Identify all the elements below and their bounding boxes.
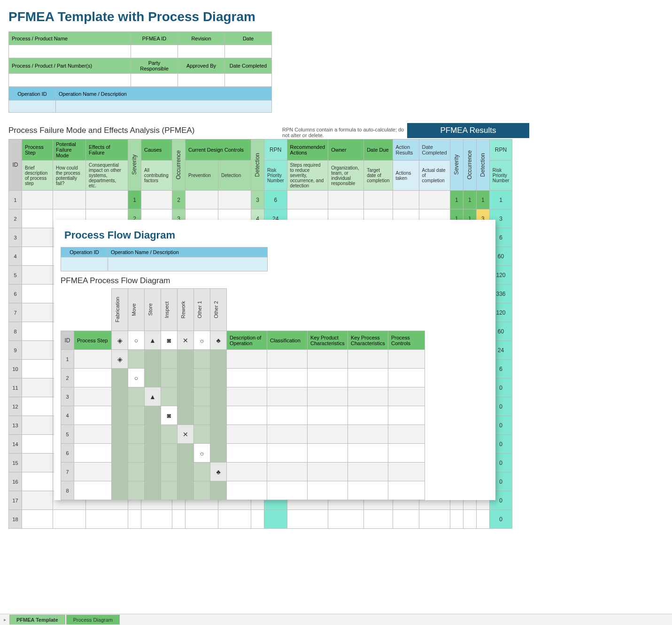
flow-cell[interactable]: [112, 406, 128, 425]
flow-table: Fabrication Move Store Inspect Rework Ot…: [61, 288, 425, 500]
col-detection: Detection: [251, 139, 264, 191]
flow-cell[interactable]: [210, 444, 227, 463]
flow-cell[interactable]: [112, 425, 128, 444]
flow-cell[interactable]: ✕: [178, 425, 194, 444]
sym-fabrication-icon: ◈: [112, 331, 128, 350]
col-causes: Causes: [141, 139, 172, 161]
flow-row-id: 7: [61, 463, 74, 481]
pfmea-row: 112361111: [9, 191, 512, 209]
flow-cell[interactable]: [128, 425, 145, 444]
flow-cell[interactable]: [161, 369, 178, 387]
cell-res-occurrence[interactable]: [463, 510, 476, 529]
flow-cell[interactable]: [128, 463, 145, 481]
flow-cell[interactable]: [161, 425, 178, 444]
flow-cell[interactable]: ♣: [210, 463, 227, 481]
flow-cell[interactable]: [194, 406, 210, 425]
flow-cell[interactable]: ◙: [161, 406, 178, 425]
flow-cell[interactable]: [194, 387, 210, 406]
col-res-rpn: RPN: [489, 139, 512, 161]
flow-cell[interactable]: [145, 444, 161, 463]
cell-res-severity[interactable]: [450, 510, 463, 529]
process-flow-panel: Process Flow Diagram Operation ID Operat…: [54, 220, 495, 500]
flow-cell[interactable]: [194, 369, 210, 387]
flow-cell[interactable]: [178, 350, 194, 369]
flow-cell[interactable]: ☼: [194, 444, 210, 463]
flow-cell[interactable]: ▲: [145, 387, 161, 406]
meta-h-pfmeaid: PFMEA ID: [131, 32, 178, 45]
row-id: 2: [9, 209, 22, 228]
flow-cell[interactable]: [145, 369, 161, 387]
flow-cell[interactable]: [112, 387, 128, 406]
flow-cell[interactable]: [145, 481, 161, 500]
flow-title: Process Flow Diagram: [64, 229, 489, 241]
flow-cell[interactable]: [194, 350, 210, 369]
meta-h-partnum: Process / Product / Part Number(s): [9, 58, 131, 74]
flow-cell[interactable]: [194, 463, 210, 481]
row-id: 6: [9, 285, 22, 303]
flow-cell[interactable]: [210, 481, 227, 500]
col-severity: Severity: [128, 139, 141, 191]
page-title: PFMEA Template with Process Diagram: [8, 9, 667, 24]
cell-occurrence[interactable]: 2: [172, 191, 185, 209]
flow-cell[interactable]: [112, 463, 128, 481]
col-process-step: Process Step: [22, 139, 53, 161]
flow-cell[interactable]: [194, 425, 210, 444]
cell-res-severity[interactable]: 1: [450, 191, 463, 209]
flow-cell[interactable]: [178, 406, 194, 425]
flow-cell[interactable]: [145, 463, 161, 481]
col-design-controls: Current Design Controls: [185, 139, 251, 161]
cell-res-occurrence[interactable]: 1: [463, 191, 476, 209]
flow-cell[interactable]: [161, 444, 178, 463]
flow-cell[interactable]: [194, 481, 210, 500]
flow-cell[interactable]: [128, 406, 145, 425]
flow-cell[interactable]: [161, 481, 178, 500]
flow-cell[interactable]: [161, 387, 178, 406]
flow-cell[interactable]: [112, 369, 128, 387]
cell-res-rpn: 0: [489, 510, 512, 529]
cell-occurrence[interactable]: [172, 510, 185, 529]
meta-v-pname[interactable]: [9, 45, 131, 58]
cell-res-detection[interactable]: [476, 510, 489, 529]
flow-cell[interactable]: [145, 350, 161, 369]
flow-cell[interactable]: [145, 406, 161, 425]
flow-cell[interactable]: [145, 425, 161, 444]
row-id: 9: [9, 341, 22, 360]
col-action-results: Action Results: [393, 139, 419, 161]
flow-cell[interactable]: ○: [128, 369, 145, 387]
flow-cell[interactable]: [128, 350, 145, 369]
flow-cell[interactable]: [128, 387, 145, 406]
meta-h-opname: Operation Name / Description: [56, 87, 272, 100]
flow-cell[interactable]: [178, 444, 194, 463]
flow-cell[interactable]: [210, 350, 227, 369]
cell-detection[interactable]: 3: [251, 191, 264, 209]
col-owner: Owner: [328, 139, 364, 161]
flow-cell[interactable]: [210, 406, 227, 425]
cell-res-detection[interactable]: 1: [476, 191, 489, 209]
flow-cell[interactable]: [161, 463, 178, 481]
col-recommended: Recommended Actions: [287, 139, 328, 161]
flow-cell[interactable]: [178, 481, 194, 500]
flow-row-id: 2: [61, 369, 74, 387]
flow-cell[interactable]: ◈: [112, 350, 128, 369]
col-date-due: Date Due: [364, 139, 393, 161]
meta-table: Process / Product Name PFMEA ID Revision…: [8, 31, 272, 87]
flow-cell[interactable]: [128, 481, 145, 500]
flow-cell[interactable]: [128, 444, 145, 463]
flow-cell[interactable]: [210, 425, 227, 444]
flow-cell[interactable]: [112, 481, 128, 500]
flow-row: 8: [61, 481, 425, 500]
sym-other1-icon: ☼: [194, 331, 210, 350]
flow-cell[interactable]: [178, 387, 194, 406]
cell-detection[interactable]: [251, 510, 264, 529]
flow-cell[interactable]: [161, 350, 178, 369]
flow-cell[interactable]: [178, 369, 194, 387]
flow-cell[interactable]: [112, 444, 128, 463]
cell-severity[interactable]: 1: [128, 191, 141, 209]
flow-row-id: 6: [61, 444, 74, 463]
row-id: 13: [9, 416, 22, 435]
meta-h-pname: Process / Product Name: [9, 32, 131, 45]
flow-cell[interactable]: [210, 387, 227, 406]
cell-severity[interactable]: [128, 510, 141, 529]
flow-cell[interactable]: [178, 463, 194, 481]
flow-cell[interactable]: [210, 369, 227, 387]
